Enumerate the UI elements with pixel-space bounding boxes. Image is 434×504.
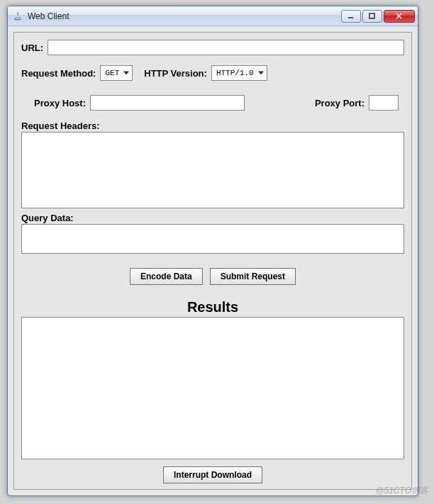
main-panel: URL: Request Method: GET HTTP Version: H… — [13, 32, 412, 490]
submit-request-button[interactable]: Submit Request — [210, 268, 296, 285]
proxy-port-label: Proxy Port: — [315, 98, 365, 108]
query-data-label: Query Data: — [21, 213, 404, 223]
http-version-value: HTTP/1.0 — [216, 69, 254, 77]
java-icon — [12, 11, 23, 22]
results-heading: Results — [21, 299, 404, 315]
request-method-value: GET — [105, 69, 119, 77]
close-button[interactable] — [384, 10, 415, 23]
minimize-button[interactable] — [341, 10, 361, 23]
http-version-select[interactable]: HTTP/1.0 — [211, 65, 267, 81]
maximize-button[interactable] — [362, 10, 382, 23]
chevron-down-icon — [123, 72, 129, 75]
request-method-select[interactable]: GET — [100, 65, 133, 81]
proxy-host-label: Proxy Host: — [34, 98, 86, 108]
results-textarea[interactable] — [21, 317, 404, 459]
url-label: URL: — [21, 43, 43, 53]
titlebar[interactable]: Web Client — [8, 6, 418, 26]
proxy-port-input[interactable] — [369, 95, 399, 111]
request-headers-textarea[interactable] — [21, 132, 404, 208]
window-title: Web Client — [26, 11, 340, 21]
query-data-textarea[interactable] — [21, 224, 404, 254]
request-method-label: Request Method: — [21, 68, 96, 79]
url-input[interactable] — [48, 40, 404, 55]
chevron-down-icon — [258, 72, 264, 75]
app-window: Web Client URL: Request Method: GET — [7, 6, 418, 496]
proxy-host-input[interactable] — [90, 95, 245, 111]
request-headers-label: Request Headers: — [21, 121, 404, 131]
http-version-label: HTTP Version: — [144, 68, 207, 79]
svg-rect-1 — [369, 13, 374, 18]
interrupt-download-button[interactable]: Interrupt Download — [163, 466, 262, 483]
encode-data-button[interactable]: Encode Data — [130, 268, 203, 285]
